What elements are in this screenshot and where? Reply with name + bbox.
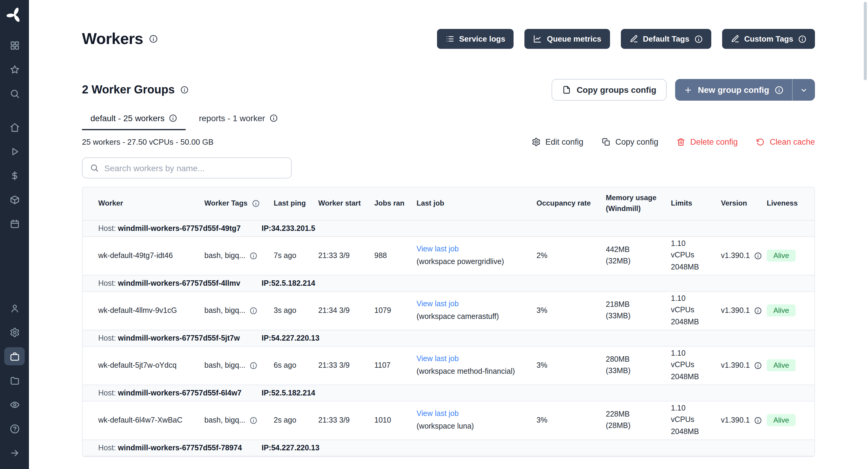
occupancy-rate-cell: 3%: [529, 346, 598, 385]
host-row: Host: windmill-workers-67757d55f-78974IP…: [83, 439, 815, 456]
liveness-cell: Alive: [760, 291, 815, 330]
sidebar-item-home[interactable]: [4, 118, 25, 136]
clean-cache-button[interactable]: Clean cache: [756, 137, 815, 147]
worker-tags-cell: bash, bigq...: [197, 346, 267, 385]
last-ping-cell: 3s ago: [267, 291, 311, 330]
info-icon: [169, 114, 177, 122]
info-icon[interactable]: [250, 252, 257, 259]
worker-row: wk-default-49tg7-idt46bash, bigq...7s ag…: [83, 236, 815, 275]
info-icon[interactable]: [754, 307, 762, 314]
sidebar-item-variables[interactable]: [4, 166, 25, 184]
copy-groups-config-button[interactable]: Copy groups config: [551, 79, 666, 101]
worker-start-cell: 21:33 3/9: [311, 401, 367, 439]
delete-config-label: Delete config: [690, 137, 738, 147]
host-row: Host: windmill-workers-67757d55f-4llmvIP…: [83, 275, 815, 291]
host-name: windmill-workers-67757d55f-78974: [118, 443, 242, 452]
liveness-badge: Alive: [767, 359, 796, 371]
worker-groups-header: 2 Worker Groups Copy groups config New g…: [82, 79, 815, 101]
info-icon[interactable]: [180, 86, 189, 94]
custom-tags-button[interactable]: Custom Tags: [722, 29, 815, 49]
worker-groups-title-text: 2 Worker Groups: [82, 83, 175, 96]
sidebar-item-schedules[interactable]: [4, 215, 25, 233]
main-content: Workers Service logs Queue metrics Defau…: [29, 0, 868, 469]
host-ip: IP:34.233.201.5: [261, 224, 315, 232]
info-icon[interactable]: [250, 362, 257, 369]
sidebar-item-resources[interactable]: [4, 190, 25, 209]
default-tags-button[interactable]: Default Tags: [621, 29, 711, 49]
info-icon[interactable]: [754, 252, 762, 259]
info-icon[interactable]: [754, 362, 762, 369]
jobs-ran-cell: 1079: [367, 291, 409, 330]
group-summary: 25 workers - 27.50 vCPUs - 50.00 GB: [82, 137, 213, 147]
edit-config-button[interactable]: Edit config: [532, 137, 584, 147]
jobs-ran-cell: 1107: [367, 346, 409, 385]
sidebar-item-workers[interactable]: [4, 347, 25, 365]
clean-cache-label: Clean cache: [770, 137, 815, 147]
sidebar-nav: [0, 23, 29, 462]
sidebar-item-settings[interactable]: [4, 323, 25, 341]
info-icon: [694, 35, 703, 43]
app-window: Workers Service logs Queue metrics Defau…: [0, 0, 868, 469]
info-icon[interactable]: [252, 199, 259, 207]
occupancy-rate-cell: 3%: [529, 291, 598, 330]
column-header-version: Version: [714, 187, 760, 220]
view-last-job-link[interactable]: View last job: [416, 354, 459, 363]
view-last-job-link[interactable]: View last job: [416, 245, 459, 253]
memory-usage-cell: 218MB(33MB): [598, 291, 664, 330]
column-header-limits: Limits: [664, 187, 714, 220]
info-icon[interactable]: [250, 416, 257, 424]
view-last-job-link[interactable]: View last job: [416, 300, 459, 308]
copy-config-button[interactable]: Copy config: [601, 137, 658, 147]
memory-usage-cell: 442MB(32MB): [598, 236, 664, 275]
default-tags-label: Default Tags: [643, 34, 689, 43]
info-icon[interactable]: [149, 34, 158, 43]
last-job-cell: View last job(workspace powergridlive): [409, 236, 529, 275]
windmill-logo[interactable]: [7, 7, 22, 23]
search-input[interactable]: [104, 163, 284, 173]
sidebar: [0, 0, 29, 469]
sidebar-group: [4, 36, 25, 102]
windmill-logo-icon: [7, 7, 22, 23]
sidebar-item-expand[interactable]: [4, 444, 25, 462]
sidebar-item-help[interactable]: [4, 419, 25, 438]
jobs-ran-cell: 988: [367, 236, 409, 275]
last-job-workspace: (workspace luna): [416, 420, 524, 432]
sidebar-item-audit-logs[interactable]: [4, 396, 25, 413]
calendar-icon: [9, 219, 20, 229]
sidebar-item-folders[interactable]: [4, 371, 25, 389]
sidebar-item-favorites[interactable]: [4, 60, 25, 79]
worker-group-tabs: default - 25 workers reports - 1 worker: [82, 108, 815, 130]
queue-metrics-button[interactable]: Queue metrics: [524, 29, 610, 49]
edit-config-label: Edit config: [546, 137, 584, 147]
sidebar-item-search[interactable]: [4, 84, 25, 102]
tab-reports[interactable]: reports - 1 worker: [190, 108, 286, 130]
column-header-occupancy-rate: Occupancy rate: [529, 187, 598, 220]
liveness-cell: Alive: [760, 401, 815, 439]
sidebar-item-apps[interactable]: [4, 36, 25, 54]
chart-icon: [533, 34, 542, 43]
info-icon: [798, 35, 807, 43]
version-cell: v1.390.1: [714, 236, 760, 275]
scrollbar-thumb[interactable]: [864, 2, 867, 80]
occupancy-rate-cell: 2%: [529, 236, 598, 275]
worker-tags-cell: bash, bigq...: [197, 401, 267, 439]
limits-cell: 1.10 vCPUs2048MB: [664, 401, 714, 439]
list-icon: [445, 34, 454, 43]
version-cell: v1.390.1: [714, 291, 760, 330]
cube-icon: [9, 194, 20, 205]
worker-row: wk-default-5jt7w-oYdcqbash, bigq...6s ag…: [83, 346, 815, 385]
view-last-job-link[interactable]: View last job: [416, 409, 459, 418]
sidebar-item-runs[interactable]: [4, 142, 25, 160]
worker-tags-cell: bash, bigq...: [197, 291, 267, 330]
new-group-config-caret[interactable]: [792, 79, 815, 101]
last-job-cell: View last job(workspace luna): [409, 401, 529, 439]
liveness-badge: Alive: [767, 250, 796, 262]
delete-config-button[interactable]: Delete config: [676, 137, 738, 147]
info-icon[interactable]: [754, 416, 762, 424]
page-header: Workers Service logs Queue metrics Defau…: [82, 29, 815, 49]
sidebar-item-users[interactable]: [4, 299, 25, 317]
service-logs-button[interactable]: Service logs: [437, 29, 514, 49]
tab-default[interactable]: default - 25 workers: [82, 108, 186, 130]
new-group-config-main[interactable]: New group config: [675, 79, 792, 101]
info-icon[interactable]: [250, 307, 257, 314]
